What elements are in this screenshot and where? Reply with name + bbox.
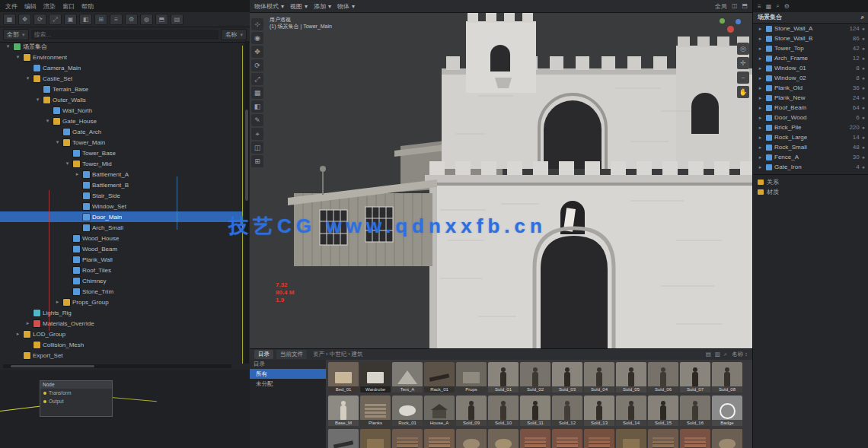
visibility-icon[interactable]: ● <box>862 164 865 170</box>
visibility-icon[interactable]: ● <box>862 95 865 100</box>
expander-icon[interactable]: ▸ <box>757 26 764 32</box>
menu-item[interactable]: 编辑 <box>24 2 37 11</box>
object-list-row[interactable]: ▸Roof_Beam64● <box>753 103 868 113</box>
asset-tab[interactable]: 目录 <box>254 350 273 359</box>
tree-row[interactable]: ▸LOD_Group <box>0 329 242 339</box>
asset-thumbnail[interactable]: Bricks_A <box>392 429 423 448</box>
tree-row[interactable]: ▾Gate_House <box>0 116 242 126</box>
panel-header-icon[interactable]: ⚙ <box>784 3 790 10</box>
node-window-title[interactable]: Node <box>40 381 112 389</box>
tool-button-icon[interactable]: ⟳ <box>34 14 46 25</box>
asset-thumbnail[interactable]: Props <box>456 362 487 392</box>
viewport-tool-button[interactable]: ⤢ <box>251 73 263 85</box>
asset-thumbnail[interactable]: Wall_C <box>584 429 614 448</box>
asset-thumbnail[interactable]: Sold_07 <box>680 362 710 392</box>
visibility-icon[interactable]: ● <box>862 125 865 130</box>
panel-header-icon[interactable]: ≡ <box>758 3 761 10</box>
tree-row[interactable]: Stone_Trim <box>0 286 242 297</box>
tree-row[interactable]: Export_Set <box>0 350 242 361</box>
asset-thumbnail[interactable]: Badge <box>712 396 742 426</box>
asset-thumbnail[interactable]: Sold_15 <box>648 396 678 426</box>
viewport-tool-button[interactable]: ◫ <box>251 141 263 154</box>
visibility-icon[interactable]: ● <box>862 105 865 110</box>
expander-icon[interactable]: ▸ <box>757 95 764 101</box>
catalog-item[interactable]: 所有 <box>250 369 326 379</box>
asset-thumbnail[interactable]: Wall_A <box>520 429 550 448</box>
visibility-icon[interactable]: ● <box>862 85 865 91</box>
object-list-row[interactable]: ▸Arch_Frame12● <box>753 53 868 63</box>
object-list-row[interactable]: ▸Window_028● <box>753 73 868 83</box>
tool-button-icon[interactable]: ▦ <box>3 14 16 25</box>
tree-row[interactable]: ▾场景集合 <box>0 41 242 52</box>
panel-header-icon[interactable]: ⌕ <box>776 2 779 10</box>
tree-row[interactable]: Terrain_Base <box>0 84 242 94</box>
visibility-icon[interactable]: ● <box>862 145 865 150</box>
expander-icon[interactable]: ▸ <box>757 164 764 170</box>
tree-row[interactable]: ▾Tower_Mid <box>0 158 242 169</box>
viewport-tool-button[interactable]: ⊹ <box>251 18 263 30</box>
asset-thumbnail[interactable]: Sold_12 <box>552 396 582 426</box>
viewport-nav-button[interactable]: ✛ <box>737 57 749 69</box>
tree-row[interactable]: Lights_Rig <box>0 307 242 318</box>
visibility-icon[interactable]: ● <box>862 56 865 61</box>
asset-thumbnail[interactable]: Bricks_B <box>424 429 455 448</box>
tool-button-icon[interactable]: ⊞ <box>94 14 107 25</box>
viewport-tool-button[interactable]: ⊞ <box>251 155 263 167</box>
asset-thumbnail[interactable]: Rack_01 <box>424 362 455 392</box>
object-list-row[interactable]: ▸Rock_Small48● <box>753 142 868 152</box>
asset-thumbnail[interactable]: Pile_01 <box>456 429 487 448</box>
expander-icon[interactable]: ▾ <box>24 75 31 81</box>
viewport-3d[interactable]: 物体模式▾视图▾添加▾物体▾全局◫⬒ <box>250 0 752 348</box>
tree-row[interactable]: Battlement_B <box>0 180 242 190</box>
expander-icon[interactable]: ▾ <box>14 54 21 60</box>
outliner-horizontal-scrollbar[interactable] <box>3 364 231 368</box>
object-list-row[interactable]: ▸Stone_Wall_A124● <box>753 24 868 33</box>
axis-gizmo[interactable] <box>717 17 743 41</box>
visibility-icon[interactable]: ● <box>862 115 865 120</box>
object-list-row[interactable]: ▸Tower_Top42● <box>753 43 868 53</box>
tree-row[interactable]: ▸Materials_Override <box>0 318 242 329</box>
search-input[interactable]: 搜索... <box>31 30 219 40</box>
asset-thumbnail[interactable]: Bed_01 <box>328 362 359 392</box>
expander-icon[interactable]: ▸ <box>757 56 764 62</box>
viewport-header-icon[interactable]: ◫ <box>732 2 738 11</box>
footer-row[interactable]: 材质 <box>753 187 868 197</box>
expander-icon[interactable]: ▸ <box>757 145 764 151</box>
asset-thumbnail[interactable]: Sold_09 <box>456 396 487 426</box>
asset-thumbnail[interactable]: Sold_14 <box>616 396 646 426</box>
expander-icon[interactable]: ▾ <box>44 118 51 124</box>
tool-button-icon[interactable]: ▤ <box>171 14 183 25</box>
viewport-menu-item[interactable]: 物体▾ <box>337 2 355 11</box>
tree-row[interactable]: ▾Tower_Main <box>0 137 242 148</box>
viewport-menu-item[interactable]: 视图▾ <box>290 2 308 11</box>
object-list-row[interactable]: ▸Window_018● <box>753 63 868 73</box>
tool-button-icon[interactable]: ⬒ <box>155 14 168 25</box>
asset-thumbnail[interactable]: Crate_B <box>616 429 646 448</box>
object-list-row[interactable]: ▸Door_Wood6● <box>753 113 868 122</box>
viewport-tool-button[interactable]: ✎ <box>251 114 263 126</box>
tree-row[interactable]: ▾Environment <box>0 52 242 62</box>
asset-thumbnail[interactable]: Sold_01 <box>488 362 519 392</box>
asset-thumbnail[interactable]: Sold_04 <box>584 362 614 392</box>
tree-row[interactable]: Collision_Mesh <box>0 339 242 350</box>
view-mode-icon[interactable]: ⌕ <box>724 351 727 358</box>
viewport-tool-button[interactable]: ⟳ <box>251 59 263 71</box>
expander-icon[interactable]: ▸ <box>757 115 764 121</box>
expander-icon[interactable]: ▾ <box>64 160 71 167</box>
tree-row[interactable]: ▸Props_Group <box>0 297 242 307</box>
viewport-tool-button[interactable]: ◉ <box>251 32 263 44</box>
expander-icon[interactable]: ▸ <box>757 36 764 42</box>
tree-row[interactable]: Stair_Side <box>0 190 242 201</box>
visibility-icon[interactable]: ● <box>862 26 865 31</box>
expander-icon[interactable]: ▸ <box>757 65 764 71</box>
object-list-row[interactable]: ▸Rock_Large14● <box>753 132 868 142</box>
asset-thumbnail[interactable]: Sold_11 <box>520 396 550 426</box>
asset-tab[interactable]: 当前文件 <box>276 350 307 359</box>
expander-icon[interactable]: ▸ <box>54 299 61 305</box>
outliner-vertical-scrollbar[interactable] <box>244 41 249 364</box>
asset-thumbnail[interactable]: Sold_03 <box>552 362 582 392</box>
visibility-icon[interactable]: ● <box>862 75 865 81</box>
expander-icon[interactable]: ▾ <box>54 139 61 145</box>
tree-row[interactable]: Door_Main <box>0 211 242 222</box>
asset-thumbnail[interactable]: Bricks_C <box>648 429 678 448</box>
